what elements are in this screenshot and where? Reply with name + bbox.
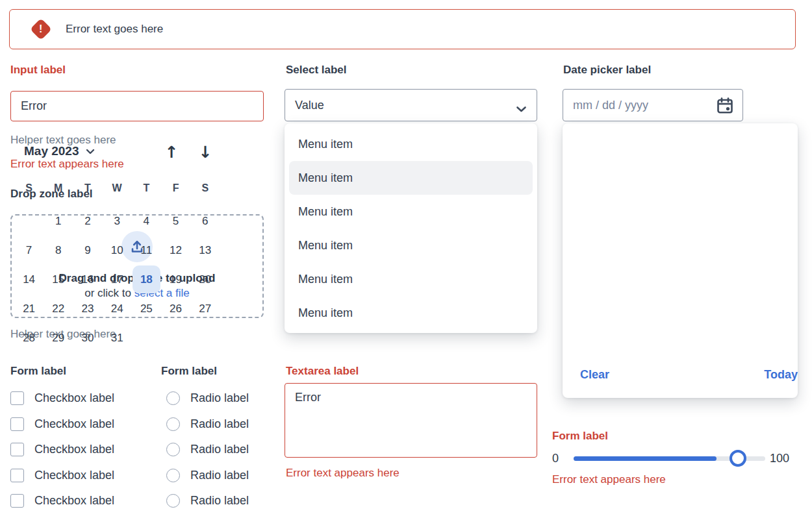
calendar-day[interactable]: 4 (132, 206, 161, 236)
radio-icon[interactable] (166, 469, 180, 482)
slider-max-label: 100 (770, 452, 789, 465)
checkbox-group: Checkbox label Checkbox label Checkbox l… (10, 386, 114, 514)
calendar-day[interactable]: 30 (73, 323, 102, 352)
calendar-day[interactable]: 3 (103, 206, 132, 236)
calendar-day[interactable]: 6 (190, 206, 220, 236)
calendar-day[interactable]: 28 (14, 323, 44, 352)
calendar-day[interactable]: 31 (103, 323, 132, 352)
today-button[interactable]: Today (742, 368, 798, 382)
date-input[interactable]: mm / dd / yyyy (563, 89, 743, 121)
slider: 0 100 (552, 450, 796, 468)
calendar-day[interactable]: 19 (161, 265, 190, 294)
text-input[interactable]: Error (10, 91, 264, 121)
calendar-day[interactable]: 27 (190, 294, 220, 323)
calendar-day-empty (190, 323, 220, 352)
checkbox-label: Checkbox label (34, 391, 114, 405)
checkbox-group-label: Form label (10, 364, 66, 378)
calendar-date-grid: 1 2 3 4 5 6 7 8 9 10 11 12 13 14 15 16 1… (14, 206, 220, 352)
checkbox-label: Checkbox label (34, 494, 114, 508)
input-error-text: Error text appears here (10, 157, 124, 171)
select-value: Value (295, 99, 324, 112)
arrow-down-icon[interactable]: ↓ (194, 142, 216, 164)
checkbox-row[interactable]: Checkbox label (10, 412, 114, 438)
slider-track[interactable] (574, 456, 765, 461)
checkbox-icon[interactable] (10, 469, 24, 482)
radio-icon[interactable] (166, 417, 180, 431)
radio-icon[interactable] (166, 494, 180, 508)
calendar-day-empty (14, 206, 44, 236)
slider-thumb[interactable] (730, 450, 746, 467)
radio-label: Radio label (190, 417, 249, 431)
slider-label: Form label (552, 429, 608, 443)
menu-item[interactable]: Menu item (289, 195, 533, 228)
checkbox-icon[interactable] (10, 443, 24, 456)
radio-row[interactable]: Radio label (166, 386, 249, 412)
checkbox-row[interactable]: Checkbox label (10, 488, 114, 514)
calendar-day[interactable]: 5 (161, 206, 190, 236)
radio-row[interactable]: Radio label (166, 488, 249, 514)
calendar-day[interactable]: 22 (44, 294, 73, 323)
radio-row[interactable]: Radio label (166, 437, 249, 463)
calendar-day[interactable]: 10 (103, 236, 132, 265)
menu-item[interactable]: Menu item (289, 262, 533, 296)
weekday-label: T (132, 180, 161, 196)
checkbox-row[interactable]: Checkbox label (10, 386, 114, 412)
alert-diamond-icon: ! (32, 20, 50, 38)
checkbox-row[interactable]: Checkbox label (10, 437, 114, 463)
calendar-day[interactable]: 7 (14, 236, 44, 265)
calendar-day-selected-label: 18 (133, 265, 160, 293)
checkbox-icon[interactable] (10, 494, 24, 508)
menu-item-highlighted[interactable]: Menu item (289, 161, 533, 195)
weekday-label: M (44, 180, 73, 196)
calendar-day[interactable]: 20 (190, 265, 220, 294)
calendar-day[interactable]: 15 (44, 265, 73, 294)
radio-icon[interactable] (166, 443, 180, 456)
checkbox-icon[interactable] (10, 417, 24, 431)
checkbox-icon[interactable] (10, 391, 24, 405)
month-year-toggle[interactable]: May 2023 (24, 144, 95, 158)
weekday-label: T (73, 180, 102, 196)
calendar-day[interactable]: 16 (73, 265, 102, 294)
weekday-label: F (161, 180, 190, 196)
radio-group-label: Form label (161, 364, 217, 378)
calendar-day[interactable]: 2 (73, 206, 102, 236)
calendar-day[interactable]: 24 (103, 294, 132, 323)
radio-label: Radio label (190, 469, 249, 482)
checkbox-label: Checkbox label (34, 417, 114, 431)
calendar-day-selected[interactable]: 18 (132, 265, 161, 294)
calendar-day[interactable]: 12 (161, 236, 190, 265)
weekday-header-row: S M T W T F S (14, 180, 220, 196)
slider-error-text: Error text appears here (552, 473, 666, 487)
checkbox-row[interactable]: Checkbox label (10, 463, 114, 489)
calendar-day[interactable]: 21 (14, 294, 44, 323)
calendar-day[interactable]: 17 (103, 265, 132, 294)
textarea-value: Error (295, 391, 321, 404)
calendar-day[interactable]: 13 (190, 236, 220, 265)
chevron-down-icon (516, 103, 527, 116)
date-placeholder: mm / dd / yyyy (573, 99, 648, 112)
menu-item[interactable]: Menu item (289, 127, 533, 161)
calendar-day[interactable]: 14 (14, 265, 44, 294)
calendar-day[interactable]: 1 (44, 206, 73, 236)
select-input[interactable]: Value (285, 89, 537, 121)
radio-row[interactable]: Radio label (166, 463, 249, 489)
clear-button[interactable]: Clear (580, 368, 609, 382)
calendar-day[interactable]: 23 (73, 294, 102, 323)
menu-item[interactable]: Menu item (289, 296, 533, 330)
calendar-day[interactable]: 11 (132, 236, 161, 265)
arrow-up-icon[interactable]: ↑ (160, 142, 183, 164)
radio-group: Radio label Radio label Radio label Radi… (166, 386, 249, 514)
form-components-page: ! Error text goes here Input label Error… (0, 0, 812, 518)
textarea-input[interactable]: Error (285, 383, 537, 458)
calendar-day[interactable]: 8 (44, 236, 73, 265)
calendar-day[interactable]: 25 (132, 294, 161, 323)
calendar-day[interactable]: 29 (44, 323, 73, 352)
calendar-day[interactable]: 9 (73, 236, 102, 265)
radio-row[interactable]: Radio label (166, 412, 249, 438)
textarea-error-text: Error text appears here (286, 466, 400, 480)
input-label: Input label (10, 63, 66, 77)
menu-item[interactable]: Menu item (289, 228, 533, 262)
calendar-day[interactable]: 26 (161, 294, 190, 323)
radio-icon[interactable] (166, 391, 180, 405)
calendar-icon[interactable] (715, 96, 735, 119)
